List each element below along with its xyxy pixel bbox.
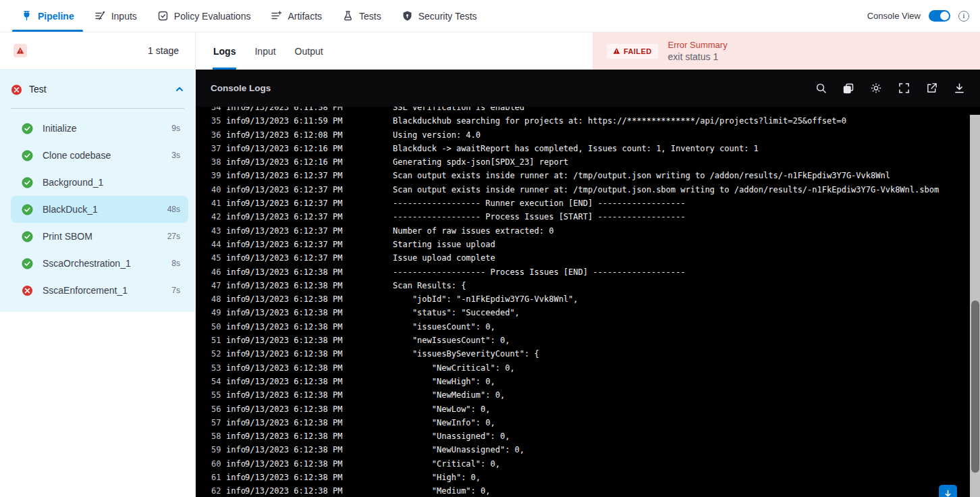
step-row-blackduck-1[interactable]: BlackDuck_1 48s [11,196,188,223]
fullscreen-icon[interactable] [898,82,910,95]
step-row-sscaenforcement-1[interactable]: SscaEnforcement_1 7s [11,277,188,304]
step-row-sscaorchestration-1[interactable]: SscaOrchestration_1 8s [11,250,188,277]
scrollbar-thumb[interactable] [971,300,979,473]
log-message: "NewMedium": 0, [393,388,505,402]
scrollbar-track[interactable] [970,115,980,497]
log-timestamp: 9/13/2023 6:12:38 PM [245,471,393,484]
log-level: info [226,169,245,182]
check-circle-icon [22,204,33,215]
log-line-number: 40 [211,183,226,197]
log-level: info [226,114,245,128]
chevron-up-icon[interactable] [175,84,184,94]
log-line-number: 55 [211,388,226,402]
log-line-number: 36 [211,128,226,142]
log-line: 55 info 9/13/2023 6:12:38 PM "NewMedium"… [196,388,980,402]
log-level: info [226,388,245,402]
log-line: 36 info 9/13/2023 6:12:08 PM Using versi… [196,128,980,142]
tab-label: Output [295,46,323,57]
nav-tab-artifacts[interactable]: Artifacts [261,0,332,32]
log-level: info [226,265,245,279]
scroll-to-bottom-button[interactable] [939,485,957,497]
log-level: info [226,292,245,306]
log-line-number: 59 [211,443,226,456]
log-timestamp: 9/13/2023 6:11:59 PM [245,114,393,128]
nav-tab-security-tests[interactable]: Security Tests [391,0,487,32]
log-line: 60 info 9/13/2023 6:12:38 PM "Critical":… [196,457,980,471]
step-duration: 27s [167,232,180,241]
log-line: 44 info 9/13/2023 6:12:37 PM Starting is… [196,238,980,251]
nav-tab-tests[interactable]: Tests [332,0,391,32]
step-row-print-sbom[interactable]: Print SBOM 27s [11,223,188,250]
log-line: 42 info 9/13/2023 6:12:37 PM -----------… [196,210,980,224]
tab-output[interactable]: Output [285,32,333,70]
tab-logs[interactable]: Logs [204,32,245,70]
download-icon[interactable] [953,82,965,95]
log-line: 46 info 9/13/2023 6:12:38 PM -----------… [196,265,980,279]
log-message: "status": "Succeeded", [393,306,520,319]
check-circle-icon [22,177,33,188]
log-message: Scan output exists inside runner at: /tm… [393,183,939,197]
log-message: "NewLow": 0, [393,402,491,416]
step-row-initialize[interactable]: Initialize 9s [11,115,188,142]
log-timestamp: 9/13/2023 6:12:37 PM [245,210,393,224]
step-row-clone-codebase[interactable]: Clone codebase 3s [11,142,188,169]
log-line-number: 34 [211,107,226,114]
log-timestamp: 9/13/2023 6:12:38 PM [245,334,393,347]
log-timestamp: 9/13/2023 6:12:38 PM [245,375,393,388]
log-timestamp: 9/13/2023 6:12:38 PM [245,429,393,443]
external-link-icon[interactable] [925,82,937,95]
pipeline-execution-page: Pipeline Inputs Policy Evaluations Artif… [0,0,980,497]
log-line: 52 info 9/13/2023 6:12:38 PM "issuesBySe… [196,347,980,361]
log-timestamp: 9/13/2023 6:12:38 PM [245,402,393,416]
log-line-number: 47 [211,279,226,292]
copy-icon[interactable] [842,82,854,95]
log-timestamp: 9/13/2023 6:12:38 PM [245,279,393,292]
log-level: info [226,251,245,265]
log-level: info [226,334,245,347]
log-timestamp: 9/13/2023 6:12:37 PM [245,224,393,238]
log-message: "jobId": "-n1FkEpdiw3Y7G-Vvk8Wnl", [393,292,578,306]
log-level: info [226,183,245,197]
nav-tab-inputs[interactable]: Inputs [84,0,147,32]
log-line-number: 51 [211,334,226,347]
stage-header-test[interactable]: Test [0,70,195,109]
log-message: "High": 0, [393,471,481,484]
log-line: 58 info 9/13/2023 6:12:38 PM "Unassigned… [196,429,980,443]
steps-list: Initialize 9s Clone codebase 3s Backgrou… [0,109,195,312]
log-line-number: 60 [211,457,226,471]
log-timestamp: 9/13/2023 6:12:38 PM [245,416,393,429]
step-name: Clone codebase [43,150,111,161]
console-view-toggle[interactable] [929,10,950,22]
log-message: Blackduck -> awaitReport has completed, … [393,142,759,155]
log-level: info [226,210,245,224]
log-message: Number of raw issues extracted: 0 [393,224,553,238]
log-message: Issue upload complete [393,251,495,265]
nav-tab-label: Inputs [111,11,137,22]
log-line-number: 39 [211,169,226,182]
log-level: info [226,471,245,484]
step-duration: 8s [171,259,180,268]
error-summary-message: exit status 1 [668,51,728,62]
log-level: info [226,128,245,142]
step-name: SscaEnforcement_1 [43,285,128,296]
log-line: 57 info 9/13/2023 6:12:38 PM "NewInfo": … [196,416,980,429]
log-message: Generating spdx-json[SPDX_23] report [393,155,568,169]
policy-check-icon [157,10,169,22]
info-icon[interactable]: i [958,11,969,22]
log-timestamp: 9/13/2023 6:12:37 PM [245,251,393,265]
nav-tab-pipeline[interactable]: Pipeline [11,0,84,32]
tab-input[interactable]: Input [245,32,285,70]
toggle-knob [940,11,949,20]
log-line-number: 38 [211,155,226,169]
step-duration: 7s [171,286,180,295]
log-line-number: 35 [211,114,226,128]
shield-icon [402,10,413,22]
gear-icon[interactable] [870,82,882,95]
log-level: info [226,429,245,443]
nav-tabs: Pipeline Inputs Policy Evaluations Artif… [0,0,487,32]
log-message: "issuesCount": 0, [393,320,495,334]
step-row-background-1[interactable]: Background_1 [11,169,188,196]
nav-tab-policy-evaluations[interactable]: Policy Evaluations [147,0,261,32]
log-viewport[interactable]: 34 info 9/13/2023 6:11:58 PM SSL verific… [196,107,980,497]
search-icon[interactable] [815,82,827,95]
